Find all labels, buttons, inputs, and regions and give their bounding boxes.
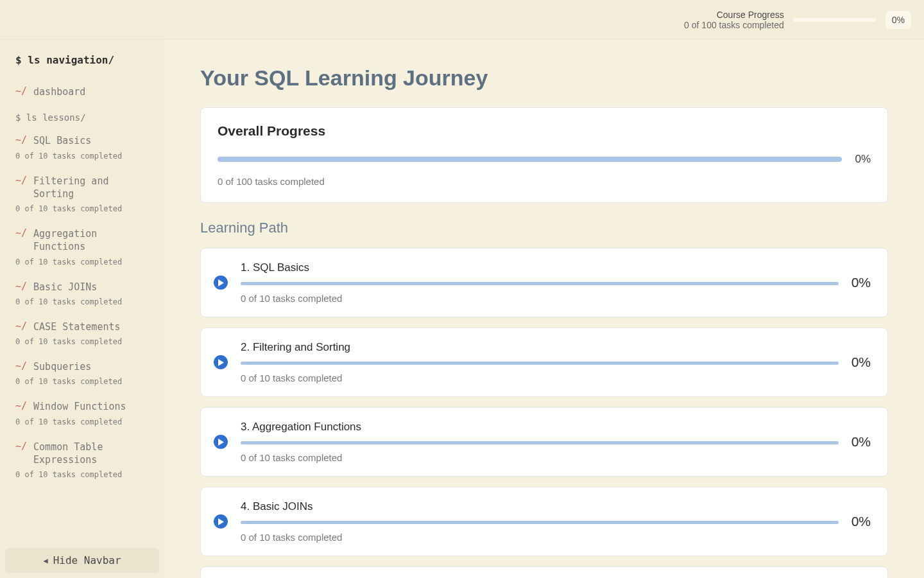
course-progress-label: Course Progress (684, 10, 784, 20)
main-content: Your SQL Learning Journey Overall Progre… (164, 40, 924, 578)
lesson-progress-bar (241, 521, 839, 524)
lesson-progress-bar (241, 282, 839, 285)
tilde-slash-icon: ~/ (15, 441, 27, 453)
sidebar-lesson-item[interactable]: ~/Window Functions0 of 10 tasks complete… (15, 400, 154, 426)
lesson-percent: 0% (851, 275, 871, 290)
sidebar-title: $ ls navigation/ (15, 54, 154, 66)
overall-progress-bar (218, 157, 842, 162)
sidebar-lesson-label: Common Table Expressions (33, 441, 154, 467)
lesson-card[interactable]: 3. Aggregation Functions0 of 10 tasks co… (200, 407, 888, 477)
sidebar-lesson-item[interactable]: ~/Filtering and Sorting0 of 10 tasks com… (15, 175, 154, 214)
lesson-sub: 0 of 10 tasks completed (241, 372, 839, 383)
sidebar-lesson-meta: 0 of 10 tasks completed (15, 337, 154, 346)
sidebar-lesson-meta: 0 of 10 tasks completed (15, 377, 154, 386)
lesson-progress-bar (241, 362, 839, 365)
sidebar-lesson-label: Aggregation Functions (33, 227, 154, 254)
sidebar-lesson-label: SQL Basics (33, 134, 91, 147)
sidebar-lesson-item[interactable]: ~/CASE Statements0 of 10 tasks completed (15, 320, 154, 346)
tilde-slash-icon: ~/ (15, 320, 27, 333)
lesson-title: 3. Aggregation Functions (241, 421, 839, 434)
tilde-slash-icon: ~/ (15, 134, 27, 147)
sidebar-lesson-item[interactable]: ~/Aggregation Functions0 of 10 tasks com… (15, 227, 154, 267)
svg-marker-2 (218, 439, 224, 446)
svg-marker-1 (218, 359, 224, 366)
sidebar-lesson-meta: 0 of 10 tasks completed (15, 204, 154, 213)
sidebar-item-label: dashboard (33, 85, 85, 98)
lesson-card[interactable]: 4. Basic JOINs0 of 10 tasks completed0% (200, 487, 888, 556)
overall-progress-card: Overall Progress 0% 0 of 100 tasks compl… (200, 107, 888, 203)
play-icon (214, 514, 228, 529)
page-title: Your SQL Learning Journey (200, 66, 888, 91)
course-progress-text: Course Progress 0 of 100 tasks completed (684, 10, 784, 30)
lesson-title: 1. SQL Basics (241, 261, 839, 274)
lesson-title: 4. Basic JOINs (241, 500, 839, 513)
overall-progress-heading: Overall Progress (218, 123, 871, 139)
overall-progress-sub: 0 of 100 tasks completed (218, 176, 871, 187)
hide-navbar-button[interactable]: ◀ Hide Navbar (5, 548, 159, 573)
sidebar-lesson-label: Subqueries (33, 360, 91, 373)
lesson-percent: 0% (851, 434, 871, 450)
sidebar-item-dashboard[interactable]: ~/ dashboard (15, 85, 154, 98)
course-progress-sub: 0 of 100 tasks completed (684, 20, 784, 30)
hide-navbar-label: Hide Navbar (53, 554, 121, 566)
sidebar-lesson-meta: 0 of 10 tasks completed (15, 258, 154, 267)
lesson-card[interactable]: 2. Filtering and Sorting0 of 10 tasks co… (200, 328, 888, 397)
topbar: Course Progress 0 of 100 tasks completed… (0, 0, 924, 40)
svg-marker-3 (218, 518, 224, 525)
sidebar: $ ls navigation/ ~/ dashboard $ ls lesso… (0, 40, 164, 578)
play-icon (214, 355, 228, 369)
svg-marker-0 (218, 279, 224, 286)
sidebar-lesson-label: Basic JOINs (33, 281, 97, 293)
course-progress-bar (793, 18, 877, 22)
lesson-percent: 0% (851, 514, 871, 529)
lesson-sub: 0 of 10 tasks completed (241, 293, 839, 304)
sidebar-lesson-meta: 0 of 10 tasks completed (15, 152, 154, 161)
sidebar-lesson-item[interactable]: ~/Common Table Expressions0 of 10 tasks … (15, 441, 154, 480)
lesson-title: 2. Filtering and Sorting (241, 341, 839, 354)
sidebar-lesson-meta: 0 of 10 tasks completed (15, 470, 154, 479)
lesson-card[interactable]: 5. CASE Statements0% (200, 566, 888, 578)
sidebar-lesson-label: CASE Statements (33, 320, 120, 333)
overall-progress-percent: 0% (855, 153, 871, 166)
lesson-percent: 0% (851, 355, 871, 370)
sidebar-lesson-item[interactable]: ~/Subqueries0 of 10 tasks completed (15, 360, 154, 386)
lesson-progress-bar (241, 441, 839, 444)
sidebar-lesson-meta: 0 of 10 tasks completed (15, 417, 154, 426)
play-icon (214, 435, 228, 449)
lesson-card[interactable]: 1. SQL Basics0 of 10 tasks completed0% (200, 248, 888, 317)
lesson-sub: 0 of 10 tasks completed (241, 452, 839, 463)
sidebar-lesson-item[interactable]: ~/Basic JOINs0 of 10 tasks completed (15, 281, 154, 306)
learning-path-heading: Learning Path (200, 220, 888, 236)
sidebar-lessons-header: $ ls lessons/ (15, 112, 154, 123)
sidebar-lesson-meta: 0 of 10 tasks completed (15, 297, 154, 306)
tilde-slash-icon: ~/ (15, 227, 27, 240)
tilde-slash-icon: ~/ (15, 175, 27, 188)
play-icon (214, 276, 228, 290)
tilde-slash-icon: ~/ (15, 360, 27, 373)
tilde-slash-icon: ~/ (15, 85, 27, 98)
triangle-left-icon: ◀ (43, 556, 47, 565)
sidebar-lesson-label: Window Functions (33, 400, 126, 413)
lesson-sub: 0 of 10 tasks completed (241, 532, 839, 543)
tilde-slash-icon: ~/ (15, 400, 27, 413)
course-progress-percent: 0% (886, 11, 911, 29)
sidebar-lesson-label: Filtering and Sorting (33, 175, 154, 201)
tilde-slash-icon: ~/ (15, 281, 27, 293)
sidebar-lesson-item[interactable]: ~/SQL Basics0 of 10 tasks completed (15, 134, 154, 160)
